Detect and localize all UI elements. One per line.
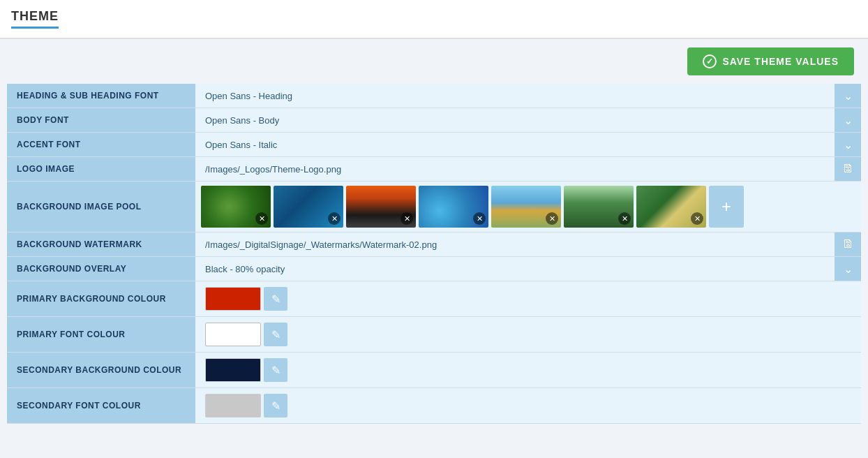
value-bg-watermark: /Images/_DigitalSignage/_Watermarks/Wate…: [195, 232, 835, 257]
table-row: BACKGROUND OVERLAY Black - 80% opacity ⌄: [7, 257, 861, 281]
remove-image-button[interactable]: ✕: [255, 212, 268, 225]
add-image-button[interactable]: +: [709, 186, 744, 228]
file-logo-image[interactable]: 🖺: [835, 157, 861, 182]
value-heading-font: Open Sans - Heading: [195, 84, 835, 108]
thumb-item: ✕: [346, 186, 416, 228]
dropdown-accent-font[interactable]: ⌄: [835, 133, 861, 157]
table-row: ACCENT FONT Open Sans - Italic ⌄: [7, 133, 861, 157]
settings-table: HEADING & SUB HEADING FONT Open Sans - H…: [7, 84, 861, 424]
primary-bg-colour-swatch: [205, 287, 261, 311]
value-secondary-bg-colour: ✎: [195, 353, 861, 388]
table-row: SECONDARY BACKGROUND COLOUR ✎: [7, 353, 861, 388]
label-logo-image: LOGO IMAGE: [7, 157, 195, 182]
chevron-down-icon: ⌄: [835, 263, 861, 276]
file-bg-watermark[interactable]: 🖺: [835, 232, 861, 257]
top-bar: THEME: [0, 0, 868, 39]
check-icon: ✓: [703, 54, 717, 68]
edit-secondary-bg-colour-button[interactable]: ✎: [264, 358, 287, 382]
color-row: ✎: [205, 287, 851, 311]
table-row: HEADING & SUB HEADING FONT Open Sans - H…: [7, 84, 861, 108]
remove-image-button[interactable]: ✕: [473, 212, 486, 225]
edit-primary-bg-colour-button[interactable]: ✎: [264, 287, 287, 311]
save-bar: ✓ SAVE THEME VALUES: [0, 39, 868, 84]
file-icon: 🖺: [835, 163, 861, 175]
remove-image-button[interactable]: ✕: [691, 212, 703, 225]
label-body-font: BODY FONT: [7, 108, 195, 133]
value-bg-image-pool: ✕ ✕ ✕ ✕ ✕: [195, 182, 861, 232]
color-row: ✎: [205, 358, 851, 382]
thumb-item: ✕: [564, 186, 634, 228]
remove-image-button[interactable]: ✕: [618, 212, 631, 225]
table-row: LOGO IMAGE /Images/_Logos/Theme-Logo.png…: [7, 157, 861, 182]
image-thumbnails: ✕ ✕ ✕ ✕ ✕: [201, 186, 855, 228]
table-row: PRIMARY FONT COLOUR ✎: [7, 317, 861, 353]
label-accent-font: ACCENT FONT: [7, 133, 195, 157]
chevron-down-icon: ⌄: [835, 114, 861, 127]
label-heading-font: HEADING & SUB HEADING FONT: [7, 84, 195, 108]
color-row: ✎: [205, 323, 851, 346]
thumb-item: ✕: [491, 186, 561, 228]
secondary-font-colour-swatch: [205, 394, 261, 418]
value-primary-bg-colour: ✎: [195, 281, 861, 317]
save-theme-button[interactable]: ✓ SAVE THEME VALUES: [687, 47, 854, 75]
page-title: THEME: [11, 9, 59, 29]
label-secondary-font-colour: SECONDARY FONT COLOUR: [7, 388, 195, 424]
secondary-bg-colour-swatch: [205, 358, 261, 382]
table-row: BACKGROUND IMAGE POOL ✕ ✕ ✕: [7, 182, 861, 232]
dropdown-heading-font[interactable]: ⌄: [835, 84, 861, 108]
label-primary-bg-colour: PRIMARY BACKGROUND COLOUR: [7, 281, 195, 317]
value-primary-font-colour: ✎: [195, 317, 861, 353]
edit-secondary-font-colour-button[interactable]: ✎: [264, 394, 287, 418]
save-label: SAVE THEME VALUES: [722, 56, 839, 67]
thumb-item: ✕: [274, 186, 343, 228]
label-secondary-bg-colour: SECONDARY BACKGROUND COLOUR: [7, 353, 195, 388]
value-secondary-font-colour: ✎: [195, 388, 861, 424]
table-row: PRIMARY BACKGROUND COLOUR ✎: [7, 281, 861, 317]
table-row: SECONDARY FONT COLOUR ✎: [7, 388, 861, 424]
table-row: BACKGROUND WATERMARK /Images/_DigitalSig…: [7, 232, 861, 257]
value-logo-image: /Images/_Logos/Theme-Logo.png: [195, 157, 835, 182]
label-bg-image-pool: BACKGROUND IMAGE POOL: [7, 182, 195, 232]
color-row: ✎: [205, 394, 851, 418]
thumb-item: ✕: [419, 186, 488, 228]
label-bg-overlay: BACKGROUND OVERLAY: [7, 257, 195, 281]
table-row: BODY FONT Open Sans - Body ⌄: [7, 108, 861, 133]
label-bg-watermark: BACKGROUND WATERMARK: [7, 232, 195, 257]
edit-primary-font-colour-button[interactable]: ✎: [264, 323, 287, 346]
dropdown-body-font[interactable]: ⌄: [835, 108, 861, 133]
file-icon: 🖺: [835, 238, 861, 251]
remove-image-button[interactable]: ✕: [328, 212, 341, 225]
value-bg-overlay: Black - 80% opacity: [195, 257, 835, 281]
value-accent-font: Open Sans - Italic: [195, 133, 835, 157]
chevron-down-icon: ⌄: [835, 89, 861, 103]
remove-image-button[interactable]: ✕: [401, 212, 413, 225]
primary-font-colour-swatch: [205, 323, 261, 346]
label-primary-font-colour: PRIMARY FONT COLOUR: [7, 317, 195, 353]
dropdown-bg-overlay[interactable]: ⌄: [835, 257, 861, 281]
remove-image-button[interactable]: ✕: [546, 212, 558, 225]
value-body-font: Open Sans - Body: [195, 108, 835, 133]
chevron-down-icon: ⌄: [835, 138, 861, 152]
thumb-item: ✕: [201, 186, 271, 228]
thumb-item: ✕: [636, 186, 706, 228]
